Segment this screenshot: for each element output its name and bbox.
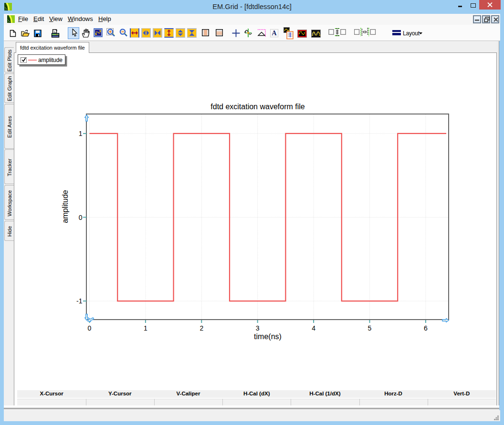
svg-text:6: 6 xyxy=(424,324,428,332)
svg-text:0: 0 xyxy=(79,214,83,221)
svg-text:5: 5 xyxy=(368,324,372,332)
svg-text:1: 1 xyxy=(144,324,147,332)
svg-text:fdtd excitation waveform file: fdtd excitation waveform file xyxy=(210,103,305,111)
svg-text:amplitude: amplitude xyxy=(61,190,69,223)
svg-text:-1: -1 xyxy=(76,297,83,305)
svg-text:4: 4 xyxy=(312,324,315,332)
svg-text:3: 3 xyxy=(256,324,260,332)
svg-text:1: 1 xyxy=(79,130,83,137)
svg-text:2: 2 xyxy=(200,324,203,332)
svg-text:0: 0 xyxy=(88,324,92,332)
svg-text:time(ns): time(ns) xyxy=(254,332,282,341)
